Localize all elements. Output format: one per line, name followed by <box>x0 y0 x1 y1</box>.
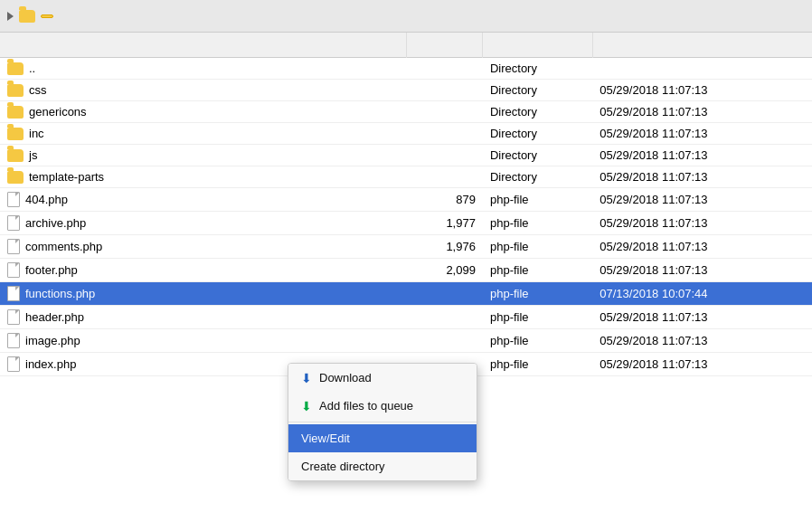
file-name-cell: inc <box>0 123 406 145</box>
file-icon <box>7 215 20 231</box>
table-row[interactable]: header.phpphp-file05/29/2018 11:07:13 <box>0 306 812 329</box>
table-row[interactable]: comments.php1,976php-file05/29/2018 11:0… <box>0 235 812 259</box>
file-name: css <box>29 83 47 97</box>
file-name: comments.php <box>25 240 102 253</box>
file-size: 1,977 <box>406 212 483 235</box>
download-icon: ⬇ <box>301 372 312 384</box>
context-menu-item-label: Download <box>319 371 372 384</box>
table-row[interactable]: incDirectory05/29/2018 11:07:13 <box>0 123 812 145</box>
table-header-row <box>0 33 812 58</box>
col-filename[interactable] <box>0 33 406 58</box>
file-name: inc <box>29 127 44 140</box>
file-modified: 05/29/2018 11:07:13 <box>592 80 812 101</box>
file-type: php-file <box>483 235 592 259</box>
file-size <box>406 282 483 306</box>
file-modified: 05/29/2018 11:07:13 <box>592 123 812 145</box>
file-modified: 05/29/2018 11:07:13 <box>592 329 812 353</box>
file-icon <box>7 356 20 372</box>
table-row[interactable]: footer.php2,099php-file05/29/2018 11:07:… <box>0 259 812 282</box>
file-modified: 05/29/2018 11:07:13 <box>592 259 812 282</box>
file-type: Directory <box>483 123 592 145</box>
file-type: php-file <box>483 353 592 376</box>
table-row[interactable]: archive.php1,977php-file05/29/2018 11:07… <box>0 212 812 235</box>
file-type: php-file <box>483 306 592 329</box>
table-row[interactable]: genericonsDirectory05/29/2018 11:07:13 <box>0 101 812 123</box>
top-bar <box>0 0 812 33</box>
table-row[interactable]: image.phpphp-file05/29/2018 11:07:13 <box>0 329 812 353</box>
folder-label[interactable] <box>41 14 53 18</box>
file-table: ..DirectorycssDirectory05/29/2018 11:07:… <box>0 33 812 376</box>
context-menu: ⬇Download⬇Add files to queueView/EditCre… <box>288 363 477 481</box>
file-type: Directory <box>483 145 592 166</box>
table-row[interactable]: jsDirectory05/29/2018 11:07:13 <box>0 145 812 166</box>
table-row[interactable]: 404.php879php-file05/29/2018 11:07:13 <box>0 188 812 212</box>
folder-icon <box>7 62 24 75</box>
table-row[interactable]: functions.phpphp-file07/13/2018 10:07:44 <box>0 282 812 306</box>
file-name-cell: js <box>0 145 406 166</box>
folder-icon <box>7 149 24 162</box>
file-name-cell: .. <box>0 58 406 80</box>
file-icon <box>7 192 20 207</box>
file-name: genericons <box>29 105 87 119</box>
col-filetype[interactable] <box>483 33 592 58</box>
file-type: Directory <box>483 58 592 80</box>
file-type: php-file <box>483 259 592 282</box>
file-size: 2,099 <box>406 259 483 282</box>
file-name-cell: comments.php <box>0 235 406 259</box>
file-modified: 05/29/2018 11:07:13 <box>592 306 812 329</box>
file-name-cell: header.php <box>0 306 406 329</box>
col-filesize[interactable] <box>406 33 483 58</box>
table-row[interactable]: cssDirectory05/29/2018 11:07:13 <box>0 80 812 101</box>
file-name-cell: archive.php <box>0 212 406 235</box>
file-icon <box>7 333 20 348</box>
file-icon <box>7 239 20 254</box>
file-size <box>406 166 483 188</box>
context-menu-item-label: Create directory <box>301 460 384 473</box>
file-name: functions.php <box>25 287 95 300</box>
file-type: php-file <box>483 212 592 235</box>
file-size <box>406 101 483 123</box>
context-menu-item-label: Add files to queue <box>319 399 413 413</box>
file-icon <box>7 286 20 301</box>
folder-icon <box>7 106 24 119</box>
expand-arrow-icon[interactable] <box>7 12 14 21</box>
context-menu-divider <box>288 422 477 422</box>
file-type: Directory <box>483 101 592 123</box>
file-modified: 05/29/2018 11:07:13 <box>592 101 812 123</box>
folder-icon <box>19 10 35 23</box>
file-name: index.php <box>25 357 76 371</box>
file-name: template-parts <box>29 170 104 184</box>
file-tbody: ..DirectorycssDirectory05/29/2018 11:07:… <box>0 58 812 376</box>
table-row[interactable]: ..Directory <box>0 58 812 80</box>
file-modified: 05/29/2018 11:07:13 <box>592 353 812 376</box>
file-size: 879 <box>406 188 483 212</box>
file-name: js <box>29 148 37 162</box>
context-menu-item-label: View/Edit <box>301 432 350 445</box>
file-type: Directory <box>483 80 592 101</box>
context-menu-item-download[interactable]: ⬇Download <box>288 364 477 392</box>
context-menu-item-add-queue[interactable]: ⬇Add files to queue <box>288 392 477 420</box>
file-name: image.php <box>25 334 80 347</box>
file-name-cell: footer.php <box>0 259 406 282</box>
table-row[interactable]: template-partsDirectory05/29/2018 11:07:… <box>0 166 812 188</box>
file-name: .. <box>29 62 35 75</box>
file-name-cell: functions.php <box>0 282 406 306</box>
file-name-cell: 404.php <box>0 188 406 212</box>
file-type: php-file <box>483 188 592 212</box>
file-name-cell: css <box>0 80 406 101</box>
context-menu-item-view-edit[interactable]: View/Edit <box>288 424 477 452</box>
file-size <box>406 58 483 80</box>
file-modified: 05/29/2018 11:07:13 <box>592 188 812 212</box>
col-lastmod[interactable] <box>592 33 812 58</box>
file-type: php-file <box>483 329 592 353</box>
folder-icon <box>7 128 24 140</box>
file-modified <box>592 58 812 80</box>
file-icon <box>7 309 20 325</box>
context-menu-item-create-dir[interactable]: Create directory <box>288 452 477 480</box>
file-name: 404.php <box>25 193 68 206</box>
file-modified: 07/13/2018 10:07:44 <box>592 282 812 306</box>
file-modified: 05/29/2018 11:07:13 <box>592 235 812 259</box>
file-name: footer.php <box>25 263 78 277</box>
file-size: 1,976 <box>406 235 483 259</box>
folder-icon <box>7 171 24 184</box>
